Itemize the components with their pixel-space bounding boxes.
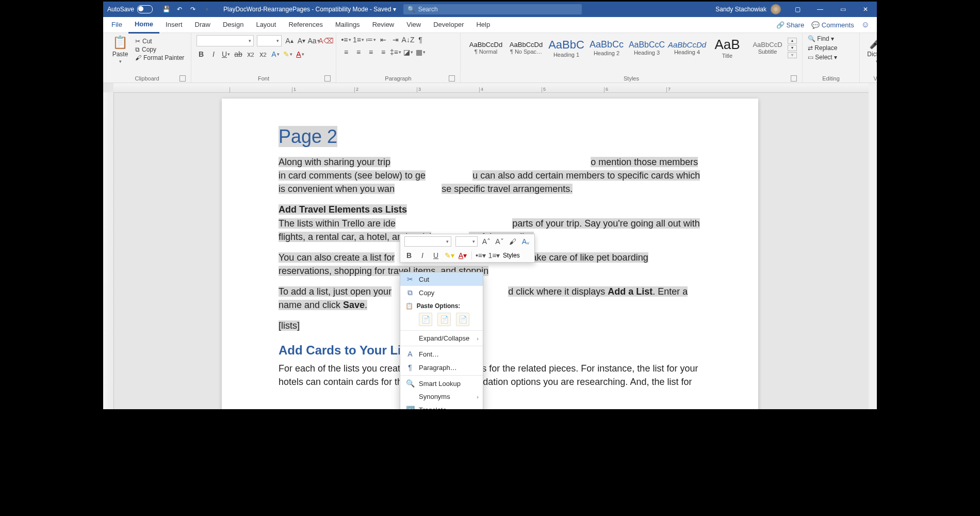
document-title[interactable]: PlayDocWord-RearrangePages - Compatibili… bbox=[216, 6, 403, 13]
bullets-icon[interactable]: •≡▾ bbox=[341, 35, 351, 44]
mini-bullets-icon[interactable]: •≡▾ bbox=[476, 251, 485, 260]
mini-styles-label[interactable]: Styles bbox=[503, 252, 520, 259]
paste-merge-icon[interactable]: 📄 bbox=[437, 313, 451, 326]
change-case-icon[interactable]: Aa▾ bbox=[309, 36, 318, 45]
italic-icon[interactable]: I bbox=[209, 50, 218, 59]
styles-dialog-launcher[interactable] bbox=[791, 75, 797, 82]
style-heading4[interactable]: AaBbCcDdHeading 4 bbox=[667, 39, 707, 57]
styles-gallery-more[interactable]: ▴▾▿ bbox=[788, 38, 797, 58]
undo-icon[interactable]: ↶ bbox=[175, 6, 184, 13]
highlight-icon[interactable]: ✎▾ bbox=[283, 50, 292, 59]
ribbon-options-icon[interactable]: ▢ bbox=[786, 6, 809, 13]
mini-underline-icon[interactable]: U bbox=[431, 251, 440, 260]
search-box[interactable]: 🔍 Search bbox=[403, 4, 582, 14]
borders-icon[interactable]: ▦▾ bbox=[416, 47, 425, 57]
maximize-icon[interactable]: ▭ bbox=[831, 6, 854, 13]
mini-bold-icon[interactable]: B bbox=[404, 251, 414, 260]
show-marks-icon[interactable]: ¶ bbox=[416, 35, 425, 44]
tab-references[interactable]: References bbox=[282, 17, 329, 33]
mini-shrink-icon[interactable]: A˅ bbox=[495, 237, 504, 246]
text-effects-icon[interactable]: A▾ bbox=[271, 50, 280, 59]
replace-button[interactable]: ⇄ Replace bbox=[808, 44, 854, 52]
tab-view[interactable]: View bbox=[400, 17, 427, 33]
subscript-icon[interactable]: x2 bbox=[246, 50, 255, 59]
save-icon[interactable]: 💾 bbox=[162, 6, 170, 13]
autosave-toggle[interactable]: AutoSave bbox=[103, 5, 157, 13]
justify-icon[interactable]: ≡ bbox=[379, 47, 388, 57]
redo-icon[interactable]: ↷ bbox=[189, 6, 197, 13]
mini-highlight-icon[interactable]: ✎▾ bbox=[445, 251, 454, 260]
paste-button[interactable]: 📋 Paste▾ bbox=[108, 35, 132, 64]
underline-icon[interactable]: U▾ bbox=[221, 50, 231, 59]
account-button[interactable]: Sandy Stachowiak bbox=[710, 4, 786, 14]
shading-icon[interactable]: ◪▾ bbox=[403, 47, 413, 57]
tab-home[interactable]: Home bbox=[128, 17, 159, 34]
bold-icon[interactable]: B bbox=[197, 50, 206, 59]
select-button[interactable]: ▭ Select ▾ bbox=[808, 54, 854, 61]
vertical-scrollbar[interactable] bbox=[869, 83, 877, 410]
line-spacing-icon[interactable]: ‡≡▾ bbox=[391, 47, 400, 57]
indent-icon[interactable]: ⇥ bbox=[391, 35, 400, 44]
font-dialog-launcher[interactable] bbox=[324, 75, 331, 82]
tab-review[interactable]: Review bbox=[366, 17, 401, 33]
font-color-icon[interactable]: A▾ bbox=[296, 50, 305, 59]
mini-numbering-icon[interactable]: 1≡▾ bbox=[489, 251, 499, 260]
tab-help[interactable]: Help bbox=[470, 17, 496, 33]
clear-format-icon[interactable]: A⌫ bbox=[321, 36, 331, 45]
decrease-font-icon[interactable]: A▾ bbox=[297, 36, 306, 45]
tab-draw[interactable]: Draw bbox=[189, 17, 217, 33]
paste-keep-source-icon[interactable]: 📄 bbox=[419, 313, 432, 326]
style-subtitle[interactable]: AaBbCcDSubtitle bbox=[747, 39, 788, 56]
mini-styles-icon[interactable]: Aᵥ bbox=[521, 237, 530, 246]
outdent-icon[interactable]: ⇤ bbox=[379, 35, 388, 44]
mini-grow-icon[interactable]: A˄ bbox=[482, 237, 491, 246]
mini-format-painter-icon[interactable]: 🖌 bbox=[508, 237, 517, 246]
align-center-icon[interactable]: ≡ bbox=[354, 47, 363, 57]
tab-layout[interactable]: Layout bbox=[250, 17, 282, 33]
mini-fontcolor-icon[interactable]: A▾ bbox=[458, 251, 467, 260]
ctx-paragraph[interactable]: ¶Paragraph… bbox=[400, 361, 483, 374]
multilevel-icon[interactable]: ≔▾ bbox=[366, 35, 375, 44]
increase-font-icon[interactable]: A▴ bbox=[285, 36, 293, 45]
ctx-translate[interactable]: 🔤Translate bbox=[400, 403, 483, 410]
sort-icon[interactable]: A↓Z bbox=[403, 35, 413, 44]
tab-insert[interactable]: Insert bbox=[159, 17, 189, 33]
style-heading2[interactable]: AaBbCcHeading 2 bbox=[586, 38, 627, 58]
font-size-combo[interactable]: ▾ bbox=[257, 35, 282, 46]
minimize-icon[interactable]: — bbox=[809, 6, 831, 13]
ctx-synonyms[interactable]: Synonyms› bbox=[400, 390, 483, 403]
close-icon[interactable]: ✕ bbox=[854, 6, 877, 13]
tab-developer[interactable]: Developer bbox=[427, 17, 470, 33]
find-button[interactable]: 🔍 Find ▾ bbox=[808, 35, 854, 42]
style-no-space[interactable]: AaBbCcDd¶ No Spac… bbox=[506, 39, 546, 56]
style-heading1[interactable]: AaBbCHeading 1 bbox=[546, 37, 586, 59]
strike-icon[interactable]: ab bbox=[234, 50, 243, 59]
style-normal[interactable]: AaBbCcDd¶ Normal bbox=[466, 39, 506, 56]
copy-button[interactable]: ⧉Copy bbox=[135, 46, 184, 53]
paragraph-dialog-launcher[interactable] bbox=[449, 75, 455, 82]
mini-size-combo[interactable]: ▾ bbox=[455, 236, 478, 247]
tab-design[interactable]: Design bbox=[217, 17, 250, 33]
ctx-smart-lookup[interactable]: 🔍Smart Lookup bbox=[400, 377, 483, 390]
qat-more-icon[interactable]: ▾ bbox=[202, 7, 211, 12]
font-family-combo[interactable]: ▾ bbox=[197, 35, 254, 46]
ctx-copy[interactable]: ⧉Copy bbox=[400, 286, 483, 300]
dictate-button[interactable]: 🎤 Dictate▾ bbox=[865, 35, 878, 64]
share-button[interactable]: 🔗 Share bbox=[776, 21, 804, 29]
autosave-switch-icon[interactable] bbox=[137, 5, 153, 13]
mini-italic-icon[interactable]: I bbox=[418, 251, 427, 260]
tab-mailings[interactable]: Mailings bbox=[329, 17, 366, 33]
vertical-ruler[interactable] bbox=[103, 92, 114, 410]
superscript-icon[interactable]: x2 bbox=[258, 50, 268, 59]
align-right-icon[interactable]: ≡ bbox=[366, 47, 375, 57]
ctx-cut[interactable]: ✂Cut bbox=[400, 272, 483, 286]
ctx-expand-collapse[interactable]: Expand/Collapse› bbox=[400, 332, 483, 345]
style-title[interactable]: AaBTitle bbox=[707, 35, 747, 60]
align-left-icon[interactable]: ≡ bbox=[341, 47, 351, 57]
cut-button[interactable]: ✂Cut bbox=[135, 38, 184, 45]
style-heading3[interactable]: AaBbCcCHeading 3 bbox=[627, 39, 667, 57]
paste-text-only-icon[interactable]: 📄 bbox=[456, 313, 469, 326]
feedback-icon[interactable]: ☺ bbox=[861, 20, 870, 29]
comments-button[interactable]: 💬 Comments bbox=[811, 21, 854, 29]
mini-font-combo[interactable]: ▾ bbox=[404, 236, 451, 247]
